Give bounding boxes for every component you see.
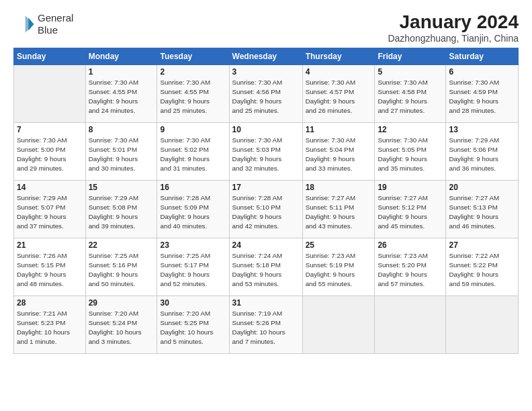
day-info: Sunrise: 7:27 AMSunset: 5:11 PMDaylight:… [306,193,372,232]
day-info: Sunrise: 7:30 AMSunset: 4:56 PMDaylight:… [232,78,300,116]
day-number: 17 [232,183,300,192]
calendar-week-row: 7Sunrise: 7:30 AMSunset: 5:00 PMDaylight… [14,122,519,180]
day-info: Sunrise: 7:28 AMSunset: 5:09 PMDaylight:… [160,193,226,232]
calendar-week-row: 28Sunrise: 7:21 AMSunset: 5:23 PMDayligh… [14,295,519,353]
day-header-wednesday: Wednesday [229,48,302,64]
logo-icon [13,13,35,35]
calendar-cell: 12Sunrise: 7:30 AMSunset: 5:05 PMDayligh… [375,122,446,180]
calendar-cell: 14Sunrise: 7:29 AMSunset: 5:07 PMDayligh… [14,180,86,238]
calendar-cell: 4Sunrise: 7:30 AMSunset: 4:57 PMDaylight… [302,64,375,122]
day-info: Sunrise: 7:19 AMSunset: 5:26 PMDaylight:… [232,309,300,347]
day-number: 23 [160,240,226,250]
main-title: January 2024 [388,12,519,33]
day-info: Sunrise: 7:23 AMSunset: 5:20 PMDaylight:… [378,251,443,289]
day-info: Sunrise: 7:20 AMSunset: 5:24 PMDaylight:… [89,309,154,347]
day-number: 11 [306,125,372,134]
logo-line1: General [38,12,73,24]
calendar-cell: 25Sunrise: 7:23 AMSunset: 5:19 PMDayligh… [302,238,375,295]
calendar-header-row: SundayMondayTuesdayWednesdayThursdayFrid… [14,48,519,64]
day-number: 21 [17,240,83,250]
day-number: 16 [160,183,226,192]
day-header-sunday: Sunday [14,48,86,64]
day-number: 20 [449,183,515,192]
day-info: Sunrise: 7:25 AMSunset: 5:16 PMDaylight:… [89,251,154,289]
calendar-cell: 24Sunrise: 7:24 AMSunset: 5:18 PMDayligh… [229,238,302,295]
day-number: 27 [449,240,515,250]
day-number: 26 [378,240,443,250]
logo-text: General Blue [38,12,73,36]
day-number: 28 [17,298,83,308]
day-info: Sunrise: 7:30 AMSunset: 5:04 PMDaylight:… [306,136,372,174]
day-info: Sunrise: 7:30 AMSunset: 4:55 PMDaylight:… [160,78,226,116]
calendar-cell: 9Sunrise: 7:30 AMSunset: 5:02 PMDaylight… [157,122,229,180]
calendar-cell: 10Sunrise: 7:30 AMSunset: 5:03 PMDayligh… [229,122,302,180]
day-info: Sunrise: 7:30 AMSunset: 4:59 PMDaylight:… [449,78,515,116]
day-number: 8 [89,125,154,134]
day-info: Sunrise: 7:27 AMSunset: 5:13 PMDaylight:… [449,193,515,232]
day-info: Sunrise: 7:27 AMSunset: 5:12 PMDaylight:… [378,193,443,232]
day-number: 4 [306,67,372,77]
calendar-cell: 15Sunrise: 7:29 AMSunset: 5:08 PMDayligh… [85,180,157,238]
day-header-saturday: Saturday [446,48,519,64]
day-number: 29 [89,298,154,308]
calendar-cell: 5Sunrise: 7:30 AMSunset: 4:58 PMDaylight… [375,64,446,122]
day-header-tuesday: Tuesday [157,48,229,64]
day-info: Sunrise: 7:29 AMSunset: 5:07 PMDaylight:… [17,193,83,232]
calendar-cell: 17Sunrise: 7:28 AMSunset: 5:10 PMDayligh… [229,180,302,238]
day-info: Sunrise: 7:20 AMSunset: 5:25 PMDaylight:… [160,309,226,347]
calendar-cell: 28Sunrise: 7:21 AMSunset: 5:23 PMDayligh… [14,295,86,353]
day-number: 25 [306,240,372,250]
day-info: Sunrise: 7:30 AMSunset: 5:00 PMDaylight:… [17,136,83,174]
day-number: 9 [160,125,226,134]
calendar-week-row: 14Sunrise: 7:29 AMSunset: 5:07 PMDayligh… [14,180,519,238]
calendar-cell: 8Sunrise: 7:30 AMSunset: 5:01 PMDaylight… [85,122,157,180]
day-info: Sunrise: 7:30 AMSunset: 5:05 PMDaylight:… [378,136,443,174]
day-header-friday: Friday [375,48,446,64]
day-number: 24 [232,240,300,250]
day-info: Sunrise: 7:22 AMSunset: 5:22 PMDaylight:… [449,251,515,289]
day-number: 22 [89,240,154,250]
calendar-cell [375,295,446,353]
day-info: Sunrise: 7:24 AMSunset: 5:18 PMDaylight:… [232,251,300,289]
svg-marker-1 [26,15,34,33]
calendar-cell: 7Sunrise: 7:30 AMSunset: 5:00 PMDaylight… [14,122,86,180]
day-info: Sunrise: 7:29 AMSunset: 5:06 PMDaylight:… [449,136,515,174]
day-header-monday: Monday [85,48,157,64]
day-number: 14 [17,183,83,192]
calendar-week-row: 21Sunrise: 7:26 AMSunset: 5:15 PMDayligh… [14,238,519,295]
calendar: SundayMondayTuesdayWednesdayThursdayFrid… [13,48,519,354]
day-number: 30 [160,298,226,308]
subtitle: Dazhongzhuang, Tianjin, China [388,33,519,44]
title-block: January 2024 Dazhongzhuang, Tianjin, Chi… [388,12,519,44]
day-info: Sunrise: 7:30 AMSunset: 4:55 PMDaylight:… [89,78,154,116]
day-info: Sunrise: 7:21 AMSunset: 5:23 PMDaylight:… [17,309,83,347]
day-info: Sunrise: 7:30 AMSunset: 4:58 PMDaylight:… [378,78,443,116]
calendar-cell [446,295,519,353]
calendar-cell: 16Sunrise: 7:28 AMSunset: 5:09 PMDayligh… [157,180,229,238]
calendar-cell: 18Sunrise: 7:27 AMSunset: 5:11 PMDayligh… [302,180,375,238]
calendar-cell: 21Sunrise: 7:26 AMSunset: 5:15 PMDayligh… [14,238,86,295]
day-info: Sunrise: 7:30 AMSunset: 5:03 PMDaylight:… [232,136,300,174]
calendar-cell [302,295,375,353]
calendar-cell: 2Sunrise: 7:30 AMSunset: 4:55 PMDaylight… [157,64,229,122]
calendar-cell: 6Sunrise: 7:30 AMSunset: 4:59 PMDaylight… [446,64,519,122]
day-number: 15 [89,183,154,192]
day-info: Sunrise: 7:29 AMSunset: 5:08 PMDaylight:… [89,193,154,232]
day-info: Sunrise: 7:23 AMSunset: 5:19 PMDaylight:… [306,251,372,289]
calendar-cell: 3Sunrise: 7:30 AMSunset: 4:56 PMDaylight… [229,64,302,122]
logo-line2: Blue [38,24,73,36]
day-number: 7 [17,125,83,134]
day-info: Sunrise: 7:30 AMSunset: 5:02 PMDaylight:… [160,136,226,174]
day-number: 3 [232,67,300,77]
calendar-cell: 20Sunrise: 7:27 AMSunset: 5:13 PMDayligh… [446,180,519,238]
day-info: Sunrise: 7:28 AMSunset: 5:10 PMDaylight:… [232,193,300,232]
calendar-cell: 11Sunrise: 7:30 AMSunset: 5:04 PMDayligh… [302,122,375,180]
day-number: 13 [449,125,515,134]
calendar-cell: 26Sunrise: 7:23 AMSunset: 5:20 PMDayligh… [375,238,446,295]
calendar-cell: 22Sunrise: 7:25 AMSunset: 5:16 PMDayligh… [85,238,157,295]
day-number: 18 [306,183,372,192]
day-number: 1 [89,67,154,77]
calendar-cell: 29Sunrise: 7:20 AMSunset: 5:24 PMDayligh… [85,295,157,353]
calendar-cell: 31Sunrise: 7:19 AMSunset: 5:26 PMDayligh… [229,295,302,353]
header: General Blue January 2024 Dazhongzhuang,… [13,12,519,44]
